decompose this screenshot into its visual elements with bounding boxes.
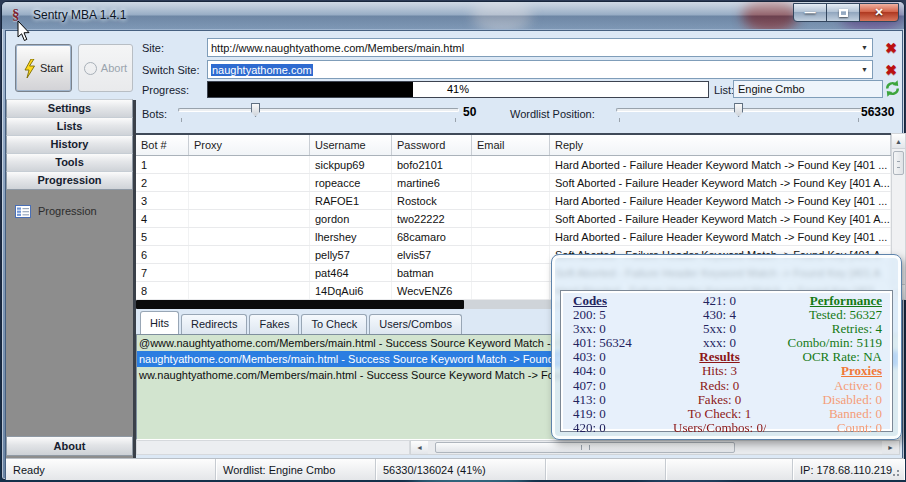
stat-cell: Active: 0 bbox=[766, 379, 892, 393]
stat-cell: Banned: 0 bbox=[766, 407, 892, 421]
table-cell: pelly57 bbox=[310, 246, 392, 263]
sidebar-item-progression[interactable]: Progression bbox=[6, 200, 133, 222]
sidebar-button-lists[interactable]: Lists bbox=[6, 117, 133, 136]
switch-site-combobox[interactable]: naughtyathome.com ▼ bbox=[207, 60, 873, 79]
abort-circle-icon bbox=[84, 62, 97, 75]
stat-cell: To Check: 1 bbox=[673, 407, 766, 421]
wordlist-position-label: Wordlist Position: bbox=[510, 108, 595, 120]
scroll-right-icon[interactable]: ► bbox=[882, 441, 899, 454]
stat-cell: 407: 0 bbox=[561, 379, 673, 393]
tab-redirects[interactable]: Redirects bbox=[181, 314, 247, 334]
table-row[interactable]: 1sickpup69bofo2101Hard Aborted - Failure… bbox=[136, 156, 891, 174]
column-header[interactable]: Proxy bbox=[189, 135, 310, 155]
clear-switch-site-button[interactable]: ✖ bbox=[882, 61, 900, 79]
minimize-icon: — bbox=[805, 7, 816, 18]
client-area: Start Abort Site: http://www.naughtyatho… bbox=[5, 30, 903, 480]
column-header[interactable]: Email bbox=[472, 135, 550, 155]
grid-scrollbar-thumb[interactable] bbox=[893, 151, 904, 175]
about-button[interactable]: About bbox=[6, 436, 133, 456]
sidebar-button-history[interactable]: History bbox=[6, 135, 133, 154]
hits-scrollbar-thumb[interactable] bbox=[435, 442, 735, 453]
table-cell: Hard Aborted - Failure Header Keyword Ma… bbox=[550, 192, 891, 209]
stat-cell: Reds: 0 bbox=[673, 379, 766, 393]
table-cell: bofo2101 bbox=[392, 156, 472, 173]
overlay-grid: Codes421: 0Performance200: 5430: 4Tested… bbox=[560, 290, 893, 432]
table-cell: 4 bbox=[136, 210, 189, 227]
wordlist-slider-thumb[interactable] bbox=[734, 103, 743, 117]
close-button[interactable]: ✕ bbox=[859, 3, 899, 22]
column-header[interactable]: Reply bbox=[550, 135, 891, 155]
stat-cell: Disabled: 0 bbox=[766, 393, 892, 407]
table-row[interactable]: 5lhershey68camaroHard Aborted - Failure … bbox=[136, 228, 891, 246]
stat-cell: Hits: 3 bbox=[673, 364, 766, 378]
table-row[interactable]: 2ropeaccemartine6Soft Aborted - Failure … bbox=[136, 174, 891, 192]
table-cell bbox=[189, 228, 310, 245]
start-button[interactable]: Start bbox=[15, 44, 72, 92]
hits-horizontal-scrollbar[interactable]: ◄ ► bbox=[410, 440, 900, 455]
tab-to-check[interactable]: To Check bbox=[301, 314, 367, 334]
sidebar: SettingsListsHistoryToolsProgression Pro… bbox=[6, 100, 133, 458]
table-cell: 3 bbox=[136, 192, 189, 209]
titlebar[interactable]: § Sentry MBA 1.4.1 — ✕ bbox=[2, 2, 904, 29]
bots-slider-thumb[interactable] bbox=[251, 103, 260, 117]
hits-scroll-corner bbox=[136, 440, 410, 455]
lightning-icon bbox=[24, 59, 36, 78]
progress-bar: 41% bbox=[207, 81, 709, 98]
bots-slider[interactable] bbox=[178, 103, 459, 118]
table-cell bbox=[472, 192, 550, 209]
abort-label: Abort bbox=[101, 62, 127, 74]
bots-label: Bots: bbox=[142, 108, 167, 120]
maximize-button[interactable] bbox=[826, 3, 860, 22]
bots-value: 50 bbox=[463, 105, 476, 119]
screen: § Sentry MBA 1.4.1 — ✕ Start Abort Site: bbox=[0, 0, 906, 482]
table-row[interactable]: 4gordontwo22222Soft Aborted - Failure He… bbox=[136, 210, 891, 228]
resize-grip[interactable] bbox=[890, 467, 900, 477]
table-cell bbox=[472, 282, 550, 299]
bots-slider-groove bbox=[178, 108, 459, 112]
list-value: Engine Cmbo bbox=[738, 83, 805, 95]
table-cell: Soft Aborted - Failure Header Keyword Ma… bbox=[550, 174, 891, 191]
table-cell: 1 bbox=[136, 156, 189, 173]
table-cell: Soft Aborted - Failure Header Keyword Ma… bbox=[550, 210, 891, 227]
stat-cell: Codes bbox=[561, 294, 673, 308]
table-cell bbox=[189, 156, 310, 173]
window-controls: — ✕ bbox=[794, 3, 899, 22]
sidebar-button-tools[interactable]: Tools bbox=[6, 153, 133, 172]
column-header[interactable]: Bot # bbox=[136, 135, 189, 155]
tab-fakes[interactable]: Fakes bbox=[249, 314, 299, 334]
scroll-left-icon[interactable]: ◄ bbox=[411, 441, 428, 454]
stat-cell: Fakes: 0 bbox=[673, 393, 766, 407]
stat-cell: Retries: 4 bbox=[766, 322, 892, 336]
tab-users-combos[interactable]: Users/Combos bbox=[369, 314, 462, 334]
clear-site-button[interactable]: ✖ bbox=[882, 39, 900, 57]
table-cell bbox=[472, 210, 550, 227]
column-header[interactable]: Username bbox=[310, 135, 392, 155]
scroll-up-icon[interactable]: ▲ bbox=[892, 134, 905, 149]
stat-cell: Combo/min: 5119 bbox=[766, 336, 892, 350]
table-cell: ropeacce bbox=[310, 174, 392, 191]
sidebar-button-progression[interactable]: Progression bbox=[6, 171, 133, 190]
tab-hits[interactable]: Hits bbox=[140, 311, 179, 334]
grid-hscrollbar-thumb[interactable] bbox=[136, 300, 464, 309]
refresh-icon[interactable] bbox=[883, 79, 902, 98]
abort-button[interactable]: Abort bbox=[78, 44, 133, 92]
site-combobox[interactable]: http://www.naughtyathome.com/Members/mai… bbox=[207, 38, 873, 57]
minimize-button[interactable]: — bbox=[793, 3, 827, 22]
dropdown-arrow-icon[interactable]: ▼ bbox=[857, 44, 872, 51]
table-cell: 5 bbox=[136, 228, 189, 245]
table-cell: elvis57 bbox=[392, 246, 472, 263]
table-cell: 8 bbox=[136, 282, 189, 299]
sidebar-button-settings[interactable]: Settings bbox=[6, 99, 133, 118]
stat-cell: xxx: 0 bbox=[673, 336, 766, 350]
table-cell: 7 bbox=[136, 264, 189, 281]
wordlist-position-slider[interactable] bbox=[616, 103, 862, 118]
list-field[interactable]: Engine Cmbo bbox=[733, 80, 883, 98]
progression-list-icon bbox=[15, 205, 31, 218]
table-row[interactable]: 3RAFOE1RostockHard Aborted - Failure Hea… bbox=[136, 192, 891, 210]
dropdown-arrow-icon[interactable]: ▼ bbox=[857, 66, 872, 73]
switch-site-label: Switch Site: bbox=[142, 64, 199, 76]
stat-cell: Performance bbox=[766, 294, 892, 308]
stat-cell: 413: 0 bbox=[561, 393, 673, 407]
column-header[interactable]: Password bbox=[392, 135, 472, 155]
progress-percent: 41% bbox=[208, 82, 708, 97]
